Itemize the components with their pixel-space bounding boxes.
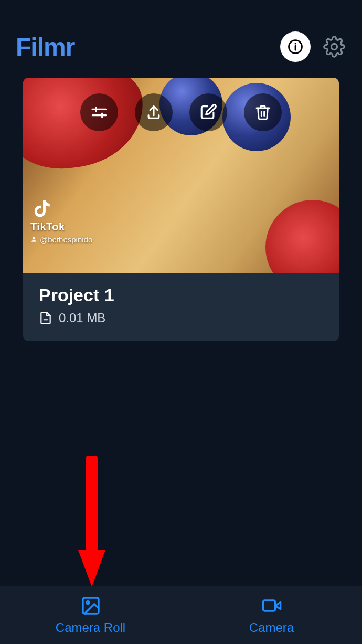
app-header: Filmr (0, 0, 362, 78)
nav-camera[interactable]: Camera (181, 586, 362, 644)
svg-rect-13 (263, 600, 275, 611)
project-actions (23, 93, 339, 131)
sliders-icon (90, 103, 108, 121)
gear-icon (323, 36, 345, 58)
svg-point-12 (86, 601, 89, 604)
tiktok-handle: @bethespinido (30, 235, 92, 244)
video-camera-icon (260, 595, 283, 616)
project-thumbnail[interactable]: TikTok @bethespinido (23, 78, 339, 273)
edit-button[interactable] (189, 93, 227, 131)
project-size-text: 0.01 MB (59, 311, 105, 325)
trash-icon (254, 104, 271, 121)
edit-icon (199, 103, 217, 121)
nav-camera-label: Camera (249, 620, 294, 635)
annotation-arrow (76, 456, 108, 589)
info-icon (288, 39, 303, 55)
tiktok-watermark: TikTok @bethespinido (30, 197, 92, 244)
settings-button[interactable] (322, 35, 346, 59)
share-button[interactable] (135, 93, 173, 131)
share-icon (145, 103, 163, 121)
svg-marker-10 (78, 550, 105, 587)
nav-camera-roll-label: Camera Roll (56, 620, 125, 635)
adjust-button[interactable] (80, 93, 118, 131)
header-actions (280, 31, 346, 62)
file-icon (39, 311, 52, 325)
project-meta: Project 1 0.01 MB (23, 273, 339, 341)
svg-point-3 (331, 44, 337, 49)
bottom-nav: Camera Roll Camera (0, 586, 362, 644)
project-size: 0.01 MB (39, 311, 323, 325)
svg-point-2 (295, 43, 296, 45)
image-icon (80, 595, 101, 616)
tiktok-logo-icon (30, 197, 52, 219)
tiktok-label: TikTok (30, 221, 65, 233)
project-title: Project 1 (39, 285, 323, 305)
projects-list: TikTok @bethespinido Project 1 0.01 MB (0, 78, 362, 341)
delete-button[interactable] (244, 93, 282, 131)
info-button[interactable] (280, 31, 311, 62)
project-card[interactable]: TikTok @bethespinido Project 1 0.01 MB (23, 78, 339, 341)
app-logo: Filmr (16, 33, 74, 61)
nav-camera-roll[interactable]: Camera Roll (0, 586, 181, 644)
